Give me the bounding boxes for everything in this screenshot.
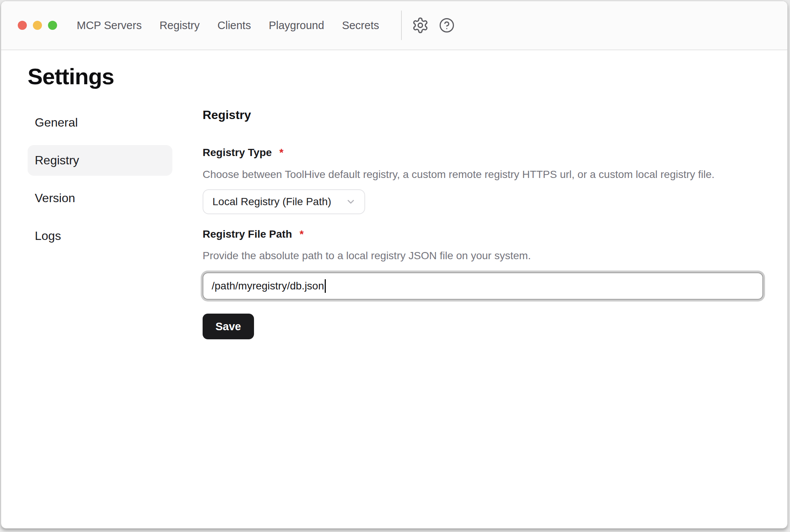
nav-item-mcp-servers[interactable]: MCP Servers xyxy=(77,19,142,32)
nav-item-playground[interactable]: Playground xyxy=(269,19,324,32)
nav-item-clients[interactable]: Clients xyxy=(217,19,251,32)
close-window-button[interactable] xyxy=(18,21,27,30)
field-label-text: Registry File Path xyxy=(203,227,292,241)
registry-type-select[interactable]: Local Registry (File Path) xyxy=(203,189,365,214)
zoom-window-button[interactable] xyxy=(48,21,57,30)
registry-type-label: Registry Type * xyxy=(203,146,763,159)
minimize-window-button[interactable] xyxy=(33,21,42,30)
titlebar: MCP Servers Registry Clients Playground … xyxy=(1,1,787,50)
registry-file-path-description: Provide the absolute path to a local reg… xyxy=(203,249,763,263)
sidebar-item-general[interactable]: General xyxy=(28,107,172,138)
sidebar-item-label: Logs xyxy=(35,229,61,243)
registry-type-description: Choose between ToolHive default registry… xyxy=(203,168,763,181)
settings-page: Settings General Registry Version Logs xyxy=(1,63,787,339)
chevron-down-icon xyxy=(345,196,356,207)
save-button[interactable]: Save xyxy=(203,314,254,339)
sidebar-item-label: Registry xyxy=(35,153,79,167)
sidebar-item-label: General xyxy=(35,116,78,130)
text-cursor xyxy=(325,279,326,293)
help-icon xyxy=(439,17,455,33)
nav-item-secrets[interactable]: Secrets xyxy=(342,19,379,32)
app-window: MCP Servers Registry Clients Playground … xyxy=(1,1,788,529)
input-value: /path/myregistry/db.json xyxy=(212,280,324,292)
sidebar-item-registry[interactable]: Registry xyxy=(28,145,172,176)
registry-file-path-label: Registry File Path * xyxy=(203,227,763,241)
selected-option-label: Local Registry (File Path) xyxy=(212,196,331,208)
settings-sidebar: General Registry Version Logs xyxy=(28,107,172,339)
settings-gear-button[interactable] xyxy=(412,17,429,34)
sidebar-item-label: Version xyxy=(35,191,75,205)
page-title: Settings xyxy=(28,63,763,90)
top-navigation: MCP Servers Registry Clients Playground … xyxy=(77,19,379,32)
registry-settings-panel: Registry Registry Type * Choose between … xyxy=(203,107,763,339)
required-asterisk: * xyxy=(300,227,304,241)
help-button[interactable] xyxy=(439,17,455,33)
titlebar-divider xyxy=(401,11,402,40)
registry-file-path-input[interactable]: /path/myregistry/db.json xyxy=(203,272,763,300)
gear-icon xyxy=(412,17,429,34)
required-asterisk: * xyxy=(279,146,283,159)
section-heading: Registry xyxy=(203,107,763,122)
nav-item-registry[interactable]: Registry xyxy=(160,19,200,32)
traffic-lights xyxy=(18,21,57,30)
field-label-text: Registry Type xyxy=(203,146,272,159)
sidebar-item-logs[interactable]: Logs xyxy=(28,221,172,251)
sidebar-item-version[interactable]: Version xyxy=(28,183,172,213)
